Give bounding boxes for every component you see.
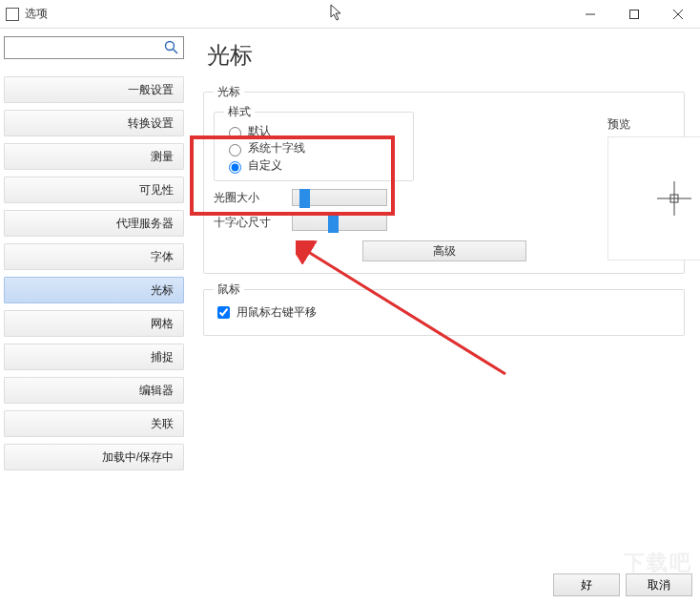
sidebar-item-10[interactable]: 关联	[4, 410, 184, 437]
sidebar-item-3[interactable]: 可见性	[4, 177, 184, 203]
sidebar-item-8[interactable]: 捕捉	[4, 344, 184, 370]
svg-line-5	[174, 50, 178, 54]
sidebar-item-1[interactable]: 转换设置	[4, 110, 184, 136]
mouse-pan-checkbox-row[interactable]: 用鼠标右键平移	[214, 302, 674, 325]
aperture-size-label: 光圈大小	[214, 190, 282, 206]
cross-size-slider[interactable]	[292, 214, 387, 231]
window-title: 选项	[25, 6, 48, 22]
titlebar: 选项	[0, 0, 700, 29]
mouse-pan-label: 用鼠标右键平移	[237, 304, 317, 321]
cursor-preview-icon	[655, 179, 693, 218]
main-panel: 光标 光标 样式 默认 系统十字线 自定义 光圈大小	[188, 29, 700, 563]
radio-system-cross-label: 系统十字线	[248, 140, 305, 156]
radio-custom[interactable]: 自定义	[224, 157, 403, 174]
svg-point-4	[166, 42, 175, 51]
radio-system-cross-input[interactable]	[229, 144, 241, 156]
sidebar-item-2[interactable]: 测量	[4, 143, 184, 170]
style-group-legend: 样式	[224, 104, 255, 120]
radio-default[interactable]: 默认	[224, 123, 403, 139]
sidebar-item-5[interactable]: 字体	[4, 243, 184, 270]
sidebar-item-9[interactable]: 编辑器	[4, 377, 184, 404]
mouse-pan-checkbox[interactable]	[217, 306, 230, 319]
minimize-button[interactable]	[568, 0, 612, 29]
sidebar-item-11[interactable]: 加载中/保存中	[4, 444, 184, 470]
preview-label: 预览	[607, 116, 700, 133]
radio-system-cross[interactable]: 系统十字线	[224, 140, 403, 156]
slider-thumb[interactable]	[328, 214, 339, 233]
app-icon	[6, 8, 19, 21]
search-input[interactable]	[5, 37, 162, 58]
sidebar-item-6[interactable]: 光标	[4, 277, 184, 303]
cursor-group-legend: 光标	[214, 84, 244, 100]
sidebar: 一般设置转换设置测量可见性代理服务器字体光标网格捕捉编辑器关联加载中/保存中	[0, 29, 188, 563]
preview-section: 预览	[607, 116, 700, 260]
radio-custom-label: 自定义	[248, 157, 282, 174]
aperture-size-slider[interactable]	[292, 189, 387, 206]
close-button[interactable]	[656, 0, 700, 29]
watermark: 下载吧	[624, 549, 692, 577]
page-title: 光标	[207, 40, 685, 71]
radio-default-input[interactable]	[229, 127, 241, 139]
ok-button[interactable]: 好	[553, 573, 620, 596]
mouse-group: 鼠标 用鼠标右键平移	[203, 281, 685, 336]
svg-rect-1	[630, 10, 639, 18]
preview-box	[607, 136, 700, 260]
sidebar-item-4[interactable]: 代理服务器	[4, 210, 184, 237]
search-input-wrap	[4, 36, 184, 59]
sidebar-item-0[interactable]: 一般设置	[4, 76, 184, 103]
search-icon[interactable]	[164, 40, 179, 55]
advanced-button[interactable]: 高级	[362, 240, 526, 261]
sidebar-item-7[interactable]: 网格	[4, 310, 184, 337]
style-group: 样式 默认 系统十字线 自定义	[214, 104, 414, 181]
slider-thumb[interactable]	[299, 189, 310, 208]
radio-custom-input[interactable]	[229, 161, 241, 174]
maximize-button[interactable]	[612, 0, 656, 29]
radio-default-label: 默认	[248, 123, 271, 139]
mouse-group-legend: 鼠标	[214, 281, 244, 298]
cross-size-label: 十字心尺寸	[214, 215, 282, 231]
